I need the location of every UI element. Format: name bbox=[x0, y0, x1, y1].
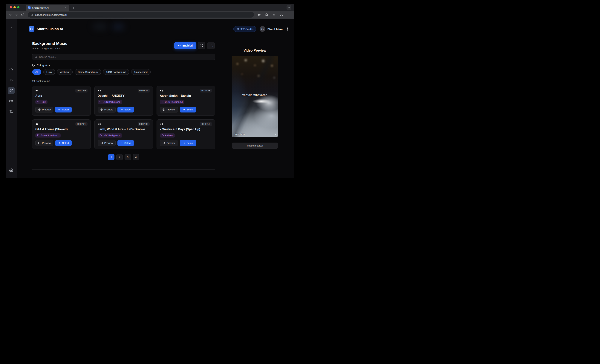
app-sidebar bbox=[6, 19, 17, 178]
track-card: 00:02:58 Aaron Smith – Dancin UGC Backgr… bbox=[157, 86, 215, 116]
downloads-icon[interactable] bbox=[272, 12, 276, 17]
tag-icon bbox=[37, 101, 39, 103]
profile-icon[interactable] bbox=[279, 12, 284, 17]
select-button[interactable]: Select bbox=[180, 107, 196, 112]
sidebar-item-home[interactable] bbox=[8, 66, 15, 73]
track-tag-chip: UGC Background bbox=[98, 100, 122, 104]
category-pill[interactable]: Ambient bbox=[57, 69, 73, 75]
site-info-icon[interactable] bbox=[30, 13, 33, 17]
select-label: Select bbox=[62, 108, 69, 111]
category-pill[interactable]: UGC Background bbox=[103, 69, 129, 75]
speaker-icon bbox=[160, 89, 163, 92]
sidebar-item-editor[interactable] bbox=[8, 87, 15, 94]
sidebar-collapse-chevron-icon[interactable] bbox=[8, 24, 15, 31]
panel-heading: Background Music Select background music bbox=[32, 41, 67, 50]
video-caption-overlay: vehicle innovator. bbox=[232, 93, 278, 97]
preview-button[interactable]: Preview bbox=[160, 107, 178, 112]
preview-close-icon[interactable]: ✕ bbox=[275, 133, 276, 136]
minimize-window-button[interactable] bbox=[13, 6, 16, 9]
panel-subtitle: Select background music bbox=[32, 47, 67, 50]
sidebar-item-crop[interactable] bbox=[8, 108, 15, 115]
credits-badge[interactable]: 992 Credits bbox=[234, 26, 256, 32]
extensions-puzzle-icon[interactable] bbox=[264, 12, 269, 17]
app-page: ShortsFusion AI 992 Credits Sha Shafil A… bbox=[17, 19, 294, 178]
track-grid: 00:01:56 Aura Funk bbox=[32, 86, 215, 149]
pagination-button[interactable]: 2 bbox=[116, 154, 123, 160]
app-header: ShortsFusion AI 992 Credits Sha Shafil A… bbox=[17, 19, 294, 37]
track-tag-chip: UGC Background bbox=[160, 100, 184, 104]
track-title: Aura bbox=[35, 94, 87, 98]
track-card: 00:02:56 7 Weeks & 3 Days (Sped Up) Ambi… bbox=[157, 119, 215, 149]
preview-button[interactable]: Preview bbox=[98, 107, 116, 112]
topic-video-badge: Topic Video bbox=[234, 133, 245, 135]
preview-button[interactable]: Preview bbox=[35, 107, 53, 112]
select-label: Select bbox=[62, 142, 69, 145]
play-circle-icon bbox=[38, 142, 41, 145]
track-tag-label: Game Soundtrack bbox=[41, 134, 59, 137]
track-tag-label: UGC Background bbox=[103, 134, 121, 137]
browser-tab[interactable]: ShortsFusion AI bbox=[26, 5, 69, 11]
video-preview-title: Video Preview bbox=[232, 49, 278, 53]
arrow-right-icon bbox=[183, 108, 185, 111]
page-title: ShortsFusion AI bbox=[37, 27, 63, 31]
preview-button[interactable]: Preview bbox=[98, 140, 116, 146]
image-preview-button[interactable]: Image preview bbox=[232, 143, 278, 149]
category-pill[interactable]: Unspecified bbox=[131, 69, 151, 75]
pagination-button[interactable]: 4 bbox=[133, 154, 139, 160]
categories-label: Categories bbox=[37, 64, 50, 67]
select-label: Select bbox=[124, 108, 131, 111]
back-button[interactable] bbox=[8, 12, 13, 17]
sidebar-item-video[interactable] bbox=[8, 98, 15, 105]
preview-button[interactable]: Preview bbox=[160, 140, 178, 146]
track-tag-chip: Ambient bbox=[160, 133, 175, 137]
tag-icon bbox=[100, 101, 102, 103]
video-preview-card: vehicle innovator. Topic Video ✕ bbox=[232, 56, 278, 137]
music-enabled-toggle[interactable]: Enabled bbox=[174, 42, 196, 49]
arrow-right-icon bbox=[120, 108, 123, 111]
track-tag-label: Funk bbox=[41, 101, 46, 103]
preview-button[interactable]: Preview bbox=[35, 140, 53, 146]
select-button[interactable]: Select bbox=[117, 140, 134, 146]
track-tag-label: UGC Background bbox=[165, 101, 183, 103]
play-circle-icon bbox=[100, 142, 103, 145]
select-button[interactable]: Select bbox=[117, 107, 134, 112]
preview-label: Preview bbox=[104, 142, 113, 145]
close-window-button[interactable] bbox=[10, 6, 12, 9]
background-music-panel: Background Music Select background music… bbox=[32, 37, 215, 170]
category-pill[interactable]: Funk bbox=[43, 69, 55, 75]
browser-window: ShortsFusion AI app.shortsfusion.com/man… bbox=[6, 4, 294, 178]
tab-close-icon[interactable] bbox=[64, 6, 67, 9]
window-controls bbox=[10, 6, 19, 9]
sidebar-item-settings-gear-icon[interactable] bbox=[8, 167, 15, 174]
theme-toggle-sun-icon[interactable] bbox=[286, 27, 289, 31]
select-button[interactable]: Select bbox=[180, 140, 196, 146]
pagination-button[interactable]: 1 bbox=[108, 154, 114, 160]
menu-kebab-icon[interactable] bbox=[287, 12, 291, 17]
track-tag-label: UGC Background bbox=[103, 101, 121, 103]
zoom-window-button[interactable] bbox=[17, 6, 19, 9]
upload-music-button[interactable] bbox=[207, 42, 215, 49]
track-title: GTA 4 Theme (Slowed) bbox=[35, 128, 87, 131]
tab-search-chevron-icon[interactable] bbox=[287, 5, 291, 10]
select-button[interactable]: Select bbox=[55, 107, 72, 112]
arrow-right-icon bbox=[120, 142, 123, 145]
pagination-button[interactable]: 3 bbox=[125, 154, 131, 160]
bookmark-star-icon[interactable] bbox=[257, 12, 262, 17]
coins-icon bbox=[236, 28, 239, 30]
track-tag-label: Ambient bbox=[165, 134, 173, 137]
speaker-icon bbox=[98, 122, 101, 126]
new-tab-button[interactable] bbox=[71, 5, 76, 10]
app-logo-icon bbox=[29, 26, 34, 32]
search-input[interactable] bbox=[39, 55, 213, 58]
select-button[interactable]: Select bbox=[55, 140, 72, 146]
forward-button[interactable] bbox=[14, 12, 19, 17]
avatar[interactable]: Sha bbox=[260, 26, 265, 32]
sidebar-item-magic-wand[interactable] bbox=[8, 77, 15, 84]
address-bar[interactable]: app.shortsfusion.com/manual bbox=[28, 12, 254, 18]
arrow-right-icon bbox=[183, 142, 185, 145]
category-pill[interactable]: All bbox=[32, 69, 41, 75]
category-pill[interactable]: Game Soundtrack bbox=[75, 69, 101, 75]
shuffle-button[interactable] bbox=[198, 42, 205, 49]
reload-button[interactable] bbox=[20, 12, 25, 17]
preview-label: Preview bbox=[42, 142, 51, 145]
